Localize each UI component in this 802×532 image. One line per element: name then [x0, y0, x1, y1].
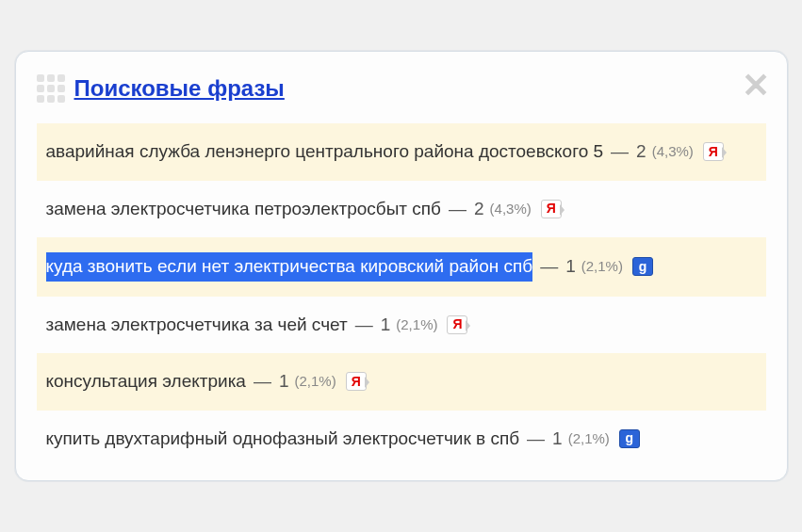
google-icon[interactable]: g	[619, 429, 640, 448]
separator: —	[527, 426, 545, 453]
phrase-row[interactable]: аварийная служба ленэнерго центрального …	[37, 123, 766, 181]
phrase-count: 1	[381, 312, 391, 339]
separator: —	[254, 368, 271, 395]
phrase-text: купить двухтарифный однофазный электросч…	[46, 426, 520, 453]
phrase-list: аварийная служба ленэнерго центрального …	[37, 123, 766, 467]
separator: —	[355, 312, 373, 339]
separator: —	[611, 138, 629, 166]
phrase-percent: (2,1%)	[396, 314, 437, 336]
google-icon[interactable]: g	[632, 257, 653, 276]
phrase-text: аварийная служба ленэнерго центрального …	[46, 138, 604, 166]
phrase-count: 2	[636, 138, 647, 166]
panel-title[interactable]: Поисковые фразы	[74, 75, 285, 102]
phrase-count: 1	[552, 426, 563, 453]
phrase-percent: (2,1%)	[295, 371, 336, 393]
yandex-icon[interactable]: Я	[541, 200, 562, 218]
phrase-row[interactable]: замена электросчетчика за чей счет—1(2,1…	[37, 297, 766, 354]
drag-handle-icon[interactable]	[37, 74, 65, 103]
phrase-percent: (2,1%)	[568, 428, 610, 450]
yandex-icon[interactable]: Я	[346, 372, 367, 391]
phrase-percent: (4,3%)	[652, 141, 694, 163]
yandex-icon[interactable]: Я	[447, 315, 467, 334]
phrase-row[interactable]: консультация электрика—1(2,1%)Я	[37, 353, 766, 411]
phrase-text: консультация электрика	[46, 368, 246, 395]
phrase-text: замена электросчетчика за чей счет	[46, 312, 348, 339]
phrase-percent: (4,3%)	[490, 199, 532, 220]
separator: —	[540, 253, 558, 281]
phrase-row[interactable]: замена электросчетчика петроэлектросбыт …	[37, 181, 766, 238]
phrase-row[interactable]: куда звонить если нет электричества киро…	[37, 237, 766, 297]
phrase-count: 1	[279, 368, 289, 395]
yandex-icon[interactable]: Я	[703, 142, 724, 161]
phrase-text: куда звонить если нет электричества киро…	[46, 252, 533, 282]
close-icon[interactable]: ✕	[742, 69, 770, 103]
phrase-text: замена электросчетчика петроэлектросбыт …	[46, 196, 442, 223]
search-phrases-panel: Поисковые фразы ✕ аварийная служба ленэн…	[15, 51, 788, 481]
phrase-row[interactable]: купить двухтарифный однофазный электросч…	[37, 411, 766, 468]
phrase-count: 1	[565, 253, 576, 281]
panel-header: Поисковые фразы	[37, 74, 766, 103]
phrase-percent: (2,1%)	[581, 256, 623, 278]
separator: —	[449, 196, 466, 223]
phrase-count: 2	[474, 196, 484, 223]
